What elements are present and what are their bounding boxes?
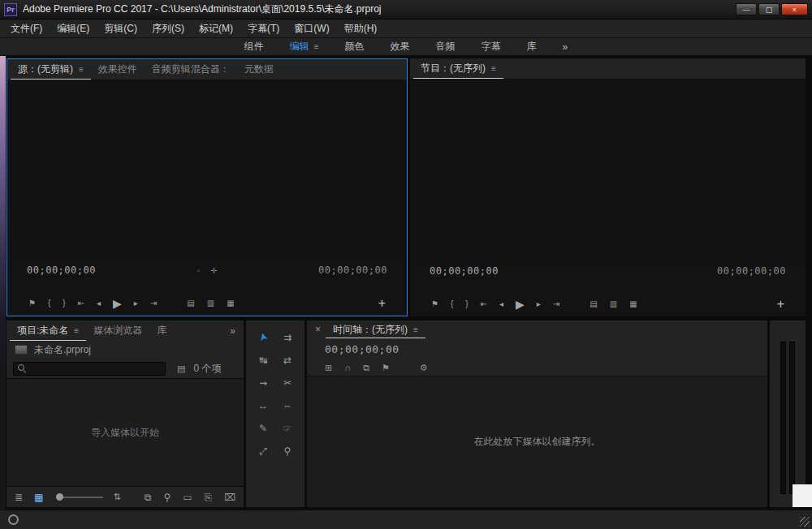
menu-item-file[interactable]: 文件(F): [3, 19, 50, 37]
mark-in-button[interactable]: {: [48, 299, 50, 308]
menu-item-help[interactable]: 帮助(H): [337, 19, 385, 37]
minimize-button[interactable]: —: [736, 3, 757, 15]
step-back-button[interactable]: ◂: [499, 300, 503, 308]
list-view-button[interactable]: ≣: [15, 492, 23, 502]
panel-menu-icon[interactable]: ≡: [79, 65, 84, 74]
rate-stretch-tool[interactable]: ⇝: [251, 374, 275, 391]
slide-tool[interactable]: ⇔: [275, 397, 300, 414]
timeline-settings-icon[interactable]: ⚙: [420, 363, 428, 372]
export-frame-button[interactable]: ▦: [629, 300, 637, 308]
go-to-in-button[interactable]: ⇤: [481, 300, 487, 308]
button-editor-button[interactable]: +: [378, 297, 386, 310]
button-editor-button[interactable]: +: [777, 298, 784, 311]
menu-item-window[interactable]: 窗口(W): [287, 19, 336, 37]
play-button[interactable]: ▶: [113, 298, 122, 309]
razor-tool[interactable]: ✂: [275, 374, 300, 391]
sync-status-icon[interactable]: [8, 514, 19, 525]
tab-timeline[interactable]: 时间轴：(无序列) ≡: [326, 320, 425, 338]
menu-item-markers[interactable]: 标记(M): [192, 19, 240, 37]
source-duration-timecode[interactable]: 00;00;00;00: [318, 264, 387, 276]
workspace-tab-titles[interactable]: 字幕: [482, 40, 501, 54]
new-item-button[interactable]: ⎘: [205, 492, 213, 502]
menu-item-sequence[interactable]: 序列(S): [145, 19, 192, 37]
step-forward-button[interactable]: ▸: [537, 300, 541, 308]
icon-view-button[interactable]: ▦: [34, 492, 43, 502]
workspace-menu-icon[interactable]: ≡: [314, 42, 319, 51]
project-empty-area[interactable]: 导入媒体以开始: [6, 378, 244, 487]
source-monitor-screen[interactable]: [7, 80, 407, 260]
zoom-slider[interactable]: [56, 497, 103, 498]
go-to-out-button[interactable]: ⇥: [150, 299, 157, 308]
selection-tool[interactable]: ➤: [252, 323, 274, 351]
snap-icon[interactable]: ∩: [344, 363, 351, 372]
workspace-tab-libraries[interactable]: 库: [527, 40, 537, 54]
extract-button[interactable]: ▥: [207, 299, 214, 308]
mark-out-button[interactable]: }: [465, 300, 468, 308]
lift-button[interactable]: ▤: [187, 299, 194, 308]
new-bin-button[interactable]: ▭: [183, 492, 192, 502]
ripple-edit-tool[interactable]: ↹: [251, 351, 275, 368]
panel-menu-icon[interactable]: ≡: [491, 64, 496, 73]
tab-media-browser[interactable]: 媒体浏览器: [86, 320, 149, 341]
tab-source[interactable]: 源：(无剪辑) ≡: [11, 59, 91, 80]
search-input[interactable]: [32, 363, 161, 373]
program-monitor-screen[interactable]: [410, 79, 806, 261]
tab-project[interactable]: 项目:未命名 ≡: [10, 320, 86, 341]
add-marker-button[interactable]: ⚑: [28, 299, 36, 308]
automate-to-sequence-button[interactable]: ⧉: [145, 492, 152, 502]
tab-metadata[interactable]: 元数据: [237, 59, 281, 80]
extract-button[interactable]: ▥: [610, 300, 617, 308]
play-button[interactable]: ▶: [516, 299, 525, 310]
playback-settings-icon[interactable]: ✛: [210, 266, 217, 275]
program-duration-timecode[interactable]: 00;00;00;00: [717, 265, 786, 277]
source-position-timecode[interactable]: 00;00;00;00: [27, 264, 96, 276]
pen-tool[interactable]: ✎: [251, 419, 275, 437]
workspace-tab-effects[interactable]: 效果: [391, 40, 410, 54]
timeline-drop-zone[interactable]: 在此处放下媒体以创建序列。: [307, 376, 767, 507]
track-select-forward-tool[interactable]: ⇉: [275, 329, 300, 346]
mark-in-button[interactable]: {: [451, 300, 453, 308]
sort-icon[interactable]: ⇅: [113, 492, 120, 502]
timeline-timecode[interactable]: 00;00;00;00: [325, 343, 400, 355]
fit-tool[interactable]: ⤢: [251, 442, 275, 459]
export-frame-button[interactable]: ▦: [227, 299, 234, 308]
panel-menu-icon[interactable]: ≡: [413, 325, 418, 334]
tab-effect-controls[interactable]: 效果控件: [91, 59, 145, 80]
project-file-row[interactable]: 未命名.prproj: [6, 341, 244, 359]
zoom-slider-knob[interactable]: [56, 493, 63, 501]
program-position-timecode[interactable]: 00;00;00;00: [430, 265, 499, 277]
sequence-insert-icon[interactable]: ⊞: [325, 363, 332, 372]
tab-libraries[interactable]: 库: [149, 320, 174, 341]
go-to-out-button[interactable]: ⇥: [553, 300, 559, 308]
panel-close-icon[interactable]: ×: [315, 324, 321, 335]
menu-item-edit[interactable]: 编辑(E): [50, 19, 97, 37]
hand-tool[interactable]: ☞: [275, 419, 300, 437]
scrollbar-thumb[interactable]: [793, 484, 812, 507]
tab-program[interactable]: 节目：(无序列) ≡: [413, 58, 503, 79]
zoom-level-icon[interactable]: ▫: [197, 266, 201, 275]
clear-button[interactable]: ⌧: [224, 492, 235, 502]
add-marker-icon[interactable]: ⚑: [382, 363, 390, 372]
search-filter-icon[interactable]: ▤: [177, 363, 185, 374]
tab-overflow-icon[interactable]: »: [230, 325, 240, 337]
rolling-edit-tool[interactable]: ⇄: [275, 351, 300, 368]
workspace-overflow-icon[interactable]: »: [563, 41, 568, 53]
search-box[interactable]: [13, 362, 166, 376]
resize-grip-icon[interactable]: [800, 517, 810, 527]
step-back-button[interactable]: ◂: [97, 299, 101, 308]
workspace-tab-assembly[interactable]: 组件: [244, 40, 264, 54]
panel-menu-icon[interactable]: ≡: [74, 326, 79, 335]
tab-audio-clip-mixer[interactable]: 音频剪辑混合器：: [145, 59, 237, 80]
add-marker-button[interactable]: ⚑: [431, 300, 438, 308]
slip-tool[interactable]: ↔: [251, 397, 275, 414]
lift-button[interactable]: ▤: [590, 300, 597, 308]
menu-item-clip[interactable]: 剪辑(C): [97, 19, 145, 37]
go-to-in-button[interactable]: ⇤: [78, 299, 84, 308]
find-button[interactable]: ⚲: [163, 492, 171, 502]
linked-selection-icon[interactable]: ⧉: [363, 363, 369, 372]
mark-out-button[interactable]: }: [63, 299, 65, 308]
step-forward-button[interactable]: ▸: [134, 299, 138, 308]
workspace-tab-editing[interactable]: 编辑 ≡: [290, 40, 319, 54]
close-button[interactable]: ×: [781, 3, 808, 15]
workspace-tab-color[interactable]: 颜色: [345, 40, 365, 54]
